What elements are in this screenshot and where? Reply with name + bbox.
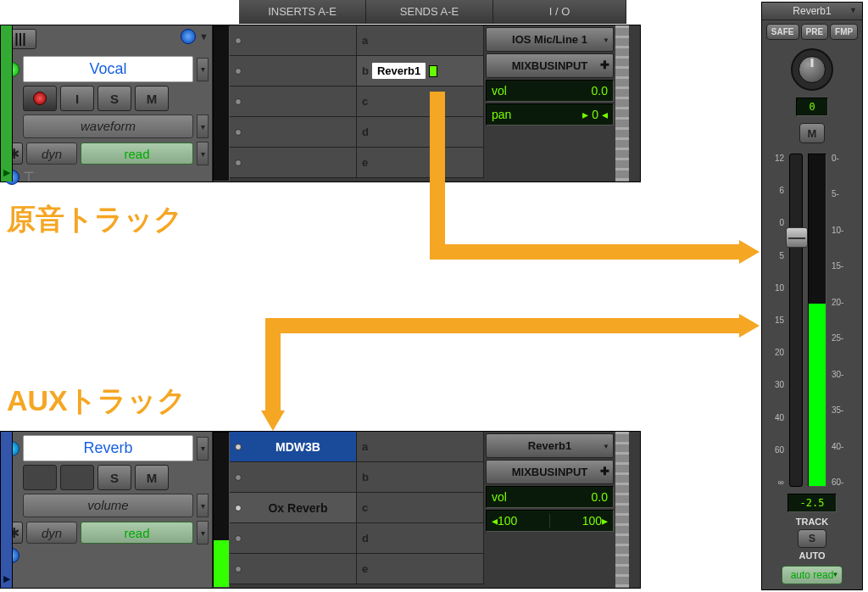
insert-slot-e[interactable] [230, 554, 357, 584]
send-mute-button[interactable]: M [799, 123, 825, 143]
play-icon[interactable]: ▶ [3, 167, 10, 182]
disabled-button [23, 465, 57, 490]
track-name[interactable]: Vocal [23, 56, 193, 82]
disabled-button [60, 465, 94, 490]
send-output-window: Reverb1▼ SAFE PRE FMP 0 M 12605101520304… [761, 2, 863, 590]
annotation-source-track: 原音トラック [7, 200, 183, 239]
timebase-icon[interactable] [181, 29, 196, 44]
record-enable-button[interactable] [23, 86, 57, 111]
play-icon[interactable]: ▶ [3, 573, 10, 588]
io-header: I / O [493, 0, 626, 24]
safe-button[interactable]: SAFE [766, 24, 799, 40]
input-selector[interactable]: IOS Mic/Line 1▼ [486, 27, 614, 52]
meter-scale: 0-5-10-15-20-25-30-35-40-60- [832, 154, 847, 487]
output-selector[interactable]: MIXBUSINPUT✚ [486, 53, 614, 78]
send-active-led [429, 65, 437, 77]
pan-readout[interactable]: ◂100100▸ [486, 510, 614, 532]
volume-readout[interactable]: vol0.0 [486, 80, 614, 102]
volume-readout[interactable]: vol0.0 [486, 486, 614, 508]
track-name[interactable]: Reverb [23, 435, 193, 461]
send-slot-c[interactable]: c [357, 493, 484, 523]
send-slot-b[interactable]: b Reverb1 [357, 56, 484, 87]
automation-menu[interactable] [197, 142, 209, 165]
pan-value[interactable]: 0 [796, 98, 827, 116]
automation-menu[interactable] [197, 521, 209, 545]
pan-knob[interactable] [791, 48, 833, 91]
fader-handle[interactable] [786, 227, 808, 248]
solo-button[interactable]: S [97, 86, 131, 111]
send-slot-b[interactable]: b [357, 462, 484, 493]
track-vocal: ▶ ||| ▼ Vocal I S M waveform ✱ dyn read [0, 25, 641, 182]
track-reverb: ▶ Reverb S M volume ✱ dyn read MDW3B [0, 431, 641, 589]
send-b-assignment[interactable]: Reverb1 [372, 63, 426, 79]
fader-track[interactable] [789, 154, 803, 487]
track-meter [213, 25, 230, 182]
send-meter [808, 154, 826, 487]
timeline-ruler [615, 25, 629, 182]
send-slot-a[interactable]: a [357, 432, 484, 462]
track-view-selector[interactable]: waveform [23, 114, 193, 138]
send-slot-d[interactable]: d [357, 117, 484, 148]
pan-readout[interactable]: pan▸ 0 ◂ [486, 103, 614, 126]
elastic-audio-button[interactable]: dyn [26, 522, 77, 544]
annotation-aux-track: AUXトラック [7, 382, 186, 421]
fader-scale: 12605101520304060∞ [769, 154, 784, 487]
solo-button[interactable]: S [97, 465, 131, 490]
insert-slot-a[interactable] [230, 25, 357, 56]
auto-mode-selector[interactable]: auto read▼ [782, 566, 843, 584]
send-slot-c[interactable]: c [357, 87, 484, 117]
insert-slot-b[interactable] [230, 56, 357, 87]
insert-slot-d[interactable] [230, 117, 357, 148]
track-meter [213, 432, 230, 588]
auto-section-label: AUTO [799, 548, 826, 563]
fmp-button[interactable]: FMP [830, 24, 858, 40]
send-window-title[interactable]: Reverb1▼ [762, 3, 862, 20]
elastic-audio-button[interactable]: dyn [26, 142, 77, 165]
insert-slot-c[interactable] [230, 87, 357, 117]
mute-button[interactable]: M [135, 465, 169, 490]
timeline-ruler [615, 432, 629, 588]
send-slot-e[interactable]: e [357, 554, 484, 584]
solo-safe-button[interactable]: S [798, 529, 826, 548]
input-monitor-button[interactable]: I [60, 86, 94, 111]
insert-slot-a[interactable]: MDW3B [230, 432, 357, 462]
track-view-menu[interactable] [197, 114, 209, 138]
track-view-menu[interactable] [197, 494, 209, 517]
track-section-label: TRACK [796, 514, 829, 529]
insert-slot-d[interactable] [230, 523, 357, 554]
insert-slot-b[interactable] [230, 462, 357, 493]
insert-slot-e[interactable] [230, 148, 357, 178]
track-menu-button[interactable] [197, 58, 209, 81]
insert-slot-c[interactable]: Ox Reverb [230, 493, 357, 523]
send-slot-a[interactable]: a [357, 25, 484, 56]
automation-mode-button[interactable]: read [81, 142, 193, 165]
input-selector[interactable]: Reverb1▼ [486, 433, 614, 458]
pre-button[interactable]: PRE [801, 24, 829, 40]
inserts-header: INSERTS A-E [239, 0, 366, 24]
send-slot-e[interactable]: e [357, 148, 484, 178]
mute-button[interactable]: M [135, 86, 169, 111]
track-menu-button[interactable] [197, 437, 209, 461]
output-selector[interactable]: MIXBUSINPUT✚ [486, 460, 614, 484]
automation-mode-button[interactable]: read [81, 522, 193, 544]
track-view-selector[interactable]: volume [23, 494, 193, 517]
send-slot-d[interactable]: d [357, 523, 484, 554]
send-level-value[interactable]: -2.5 [787, 494, 837, 512]
sends-header: SENDS A-E [366, 0, 493, 24]
